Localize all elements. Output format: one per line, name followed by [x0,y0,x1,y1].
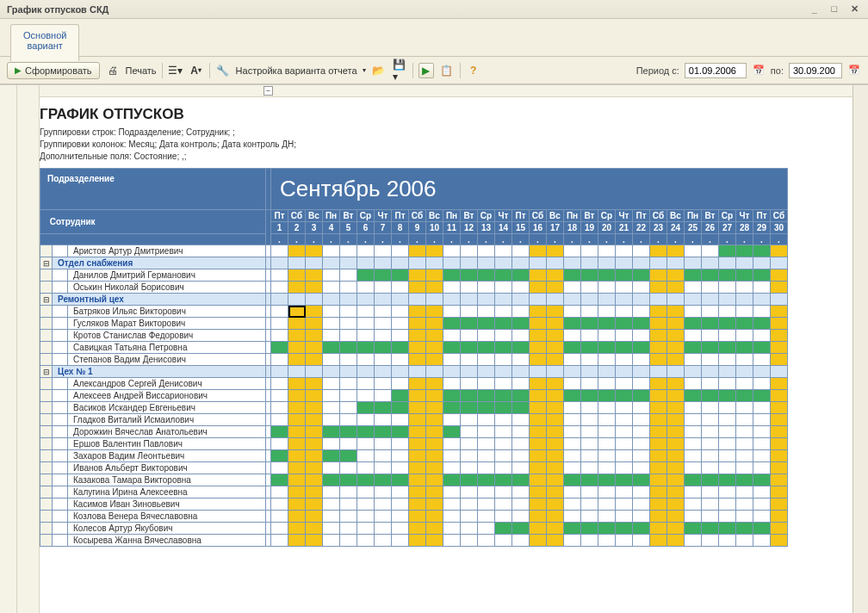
day-cell[interactable] [375,390,392,402]
day-cell[interactable] [461,402,478,414]
day-cell[interactable] [392,306,409,318]
day-cell[interactable] [478,330,495,342]
day-cell[interactable] [478,450,495,462]
day-cell[interactable] [616,414,633,426]
day-cell[interactable] [288,318,306,330]
day-cell[interactable] [392,523,409,535]
day-cell[interactable] [357,282,375,294]
day-cell[interactable] [702,426,719,438]
day-cell[interactable] [736,535,753,547]
day-cell[interactable] [736,426,753,438]
day-cell[interactable] [771,402,788,414]
day-cell[interactable] [495,511,512,523]
day-cell[interactable] [736,306,753,318]
day-cell[interactable] [771,282,788,294]
day-cell[interactable] [685,330,702,342]
day-cell[interactable] [736,390,753,402]
day-cell[interactable] [736,318,753,330]
day-cell[interactable] [667,462,685,474]
day-cell[interactable] [443,535,461,547]
day-cell[interactable] [461,282,478,294]
day-cell[interactable] [598,486,616,498]
day-cell[interactable] [667,306,685,318]
day-cell[interactable] [736,474,753,486]
day-cell[interactable] [392,378,409,390]
day-cell[interactable] [306,390,323,402]
day-cell[interactable] [530,342,547,354]
day-cell[interactable] [581,318,598,330]
day-cell[interactable] [719,378,736,390]
day-cell[interactable] [512,498,530,511]
day-cell[interactable] [323,498,340,511]
day-cell[interactable] [288,486,306,498]
day-cell[interactable] [409,378,426,390]
day-cell[interactable] [633,354,650,366]
day-cell[interactable] [443,306,461,318]
day-cell[interactable] [495,486,512,498]
day-cell[interactable] [685,523,702,535]
day-cell[interactable] [271,498,288,511]
print-label[interactable]: Печать [126,65,157,76]
day-cell[interactable] [771,378,788,390]
day-cell[interactable] [323,462,340,474]
font-icon[interactable]: A▾ [189,63,204,78]
day-cell[interactable] [409,354,426,366]
day-cell[interactable] [495,306,512,318]
day-cell[interactable] [530,523,547,535]
day-cell[interactable] [616,354,633,366]
day-cell[interactable] [426,450,443,462]
day-cell[interactable] [616,282,633,294]
day-cell[interactable] [530,414,547,426]
day-cell[interactable] [719,330,736,342]
day-cell[interactable] [633,342,650,354]
day-cell[interactable] [633,486,650,498]
day-cell[interactable] [650,426,667,438]
day-cell[interactable] [667,438,685,450]
day-cell[interactable] [357,486,375,498]
day-cell[interactable] [306,474,323,486]
day-cell[interactable] [564,318,581,330]
collapse-toggle[interactable]: − [264,86,273,96]
day-cell[interactable] [409,486,426,498]
day-cell[interactable] [478,474,495,486]
day-cell[interactable] [771,486,788,498]
day-cell[interactable] [512,318,530,330]
day-cell[interactable] [598,354,616,366]
dept-name[interactable]: Отдел снабжения [53,257,266,269]
day-cell[interactable] [461,450,478,462]
day-cell[interactable] [771,354,788,366]
print-icon[interactable]: 🖨 [105,63,121,78]
day-cell[interactable] [598,414,616,426]
day-cell[interactable] [650,511,667,523]
day-cell[interactable] [771,306,788,318]
day-cell[interactable] [771,342,788,354]
day-cell[interactable] [306,523,323,535]
day-cell[interactable] [426,511,443,523]
day-cell[interactable] [616,330,633,342]
day-cell[interactable] [753,426,771,438]
day-cell[interactable] [702,462,719,474]
day-cell[interactable] [306,402,323,414]
day-cell[interactable] [461,342,478,354]
day-cell[interactable] [771,462,788,474]
day-cell[interactable] [409,245,426,257]
day-cell[interactable] [306,306,323,318]
day-cell[interactable] [719,390,736,402]
day-cell[interactable] [340,402,357,414]
day-cell[interactable] [271,474,288,486]
day-cell[interactable] [547,306,564,318]
day-cell[interactable] [736,378,753,390]
day-cell[interactable] [633,511,650,523]
day-cell[interactable] [685,426,702,438]
day-cell[interactable] [650,318,667,330]
day-cell[interactable] [719,438,736,450]
day-cell[interactable] [633,498,650,511]
day-cell[interactable] [271,402,288,414]
maximize-icon[interactable]: □ [828,3,841,14]
day-cell[interactable] [512,282,530,294]
day-cell[interactable] [616,402,633,414]
day-cell[interactable] [306,511,323,523]
day-cell[interactable] [581,462,598,474]
v-scrollbar[interactable] [852,85,868,613]
day-cell[interactable] [323,269,340,282]
